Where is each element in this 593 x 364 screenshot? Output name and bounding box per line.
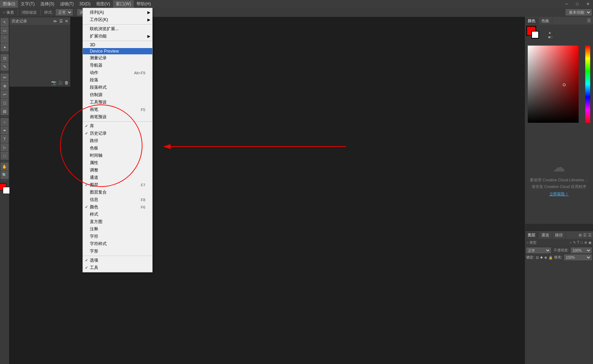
- workspace-select[interactable]: 基本功能: [566, 9, 592, 15]
- tool-wand[interactable]: ✦: [1, 43, 8, 51]
- tool-brush[interactable]: ✏: [1, 74, 8, 81]
- menu-view[interactable]: 视图(V): [93, 0, 113, 8]
- history-menu-icon[interactable]: ☰: [59, 19, 63, 23]
- menu-item-测量记录[interactable]: 测量记录: [83, 54, 152, 62]
- menu-item-字符样式[interactable]: 字符样式: [83, 240, 152, 248]
- close-button[interactable]: ✕: [582, 0, 593, 8]
- tool-move[interactable]: ↖: [1, 18, 8, 26]
- tab-paths[interactable]: 路径: [552, 232, 566, 238]
- menu-help[interactable]: 帮助(H): [134, 0, 154, 8]
- tab-layers[interactable]: 图层: [525, 232, 539, 238]
- menu-item-段落[interactable]: 段落: [83, 76, 152, 84]
- color-saturation-gradient[interactable]: [528, 46, 579, 123]
- layers-list-icon[interactable]: ☰: [583, 233, 587, 237]
- history-delete-icon[interactable]: 🗑: [65, 80, 69, 85]
- tool-gradient[interactable]: ▤: [1, 107, 8, 115]
- history-expand-icon[interactable]: ≫: [53, 19, 57, 23]
- menu-item-工具[interactable]: ✓工具: [83, 264, 152, 271]
- menu-item-图层复合[interactable]: 图层复合: [83, 189, 152, 196]
- menu-item-信息[interactable]: 信息F8: [83, 196, 152, 203]
- menu-item-颜色[interactable]: ✓颜色F6: [83, 203, 152, 211]
- menu-filter[interactable]: 滤镜(T): [57, 0, 76, 8]
- menu-item-3D[interactable]: 3D: [83, 42, 152, 48]
- tool-lasso[interactable]: ⌒: [1, 35, 8, 43]
- background-color[interactable]: [3, 187, 10, 194]
- layers-mode-select[interactable]: 正常: [526, 248, 551, 253]
- history-snapshot-icon[interactable]: 📷: [51, 80, 56, 85]
- layers-menu-icon[interactable]: ☰: [588, 233, 592, 237]
- tool-select-rect[interactable]: ▭: [1, 27, 8, 34]
- menu-item-DevicePreview[interactable]: Device Preview: [83, 48, 152, 54]
- layers-filter-toggle[interactable]: ◉: [588, 241, 592, 244]
- libraries-link[interactable]: 立即获取！: [549, 191, 569, 197]
- tool-zoom[interactable]: 🔍: [1, 171, 8, 179]
- bg-color-swatch[interactable]: [531, 31, 539, 39]
- layers-filter-smart[interactable]: ⊕: [584, 241, 587, 244]
- tool-eraser[interactable]: ◻: [1, 99, 8, 107]
- menu-item-样式[interactable]: 样式: [83, 211, 152, 218]
- menu-item-联机浏览扩展[interactable]: 联机浏览扩展...: [83, 25, 152, 33]
- hue-slider[interactable]: [585, 46, 590, 123]
- menu-item-属性[interactable]: 属性: [83, 159, 152, 167]
- menu-window[interactable]: 窗口(W): [113, 0, 134, 8]
- tab-swatches[interactable]: 色板: [539, 18, 552, 24]
- menu-item-选项[interactable]: ✓选项: [83, 257, 152, 264]
- style-select[interactable]: 正常: [56, 9, 73, 15]
- menu-item-直方图[interactable]: 直方图: [83, 218, 152, 225]
- tab-color[interactable]: 颜色: [525, 18, 539, 24]
- lock-pos-icon[interactable]: ✚: [540, 256, 543, 259]
- tool-pen[interactable]: ✒: [1, 127, 8, 134]
- tool-path-select[interactable]: ▷: [1, 143, 8, 151]
- menu-item-通道[interactable]: 通道: [83, 174, 152, 181]
- menu-item-历史记录[interactable]: ✓历史记录: [83, 130, 152, 137]
- menu-item-时间轴[interactable]: 时间轴: [83, 152, 152, 159]
- menu-item-动作[interactable]: 动作Alt+F9: [83, 69, 152, 76]
- menu-item-注释[interactable]: 注释: [83, 225, 152, 233]
- menu-item-画笔预设[interactable]: 画笔预设: [83, 113, 152, 121]
- menu-item-路径[interactable]: 路径: [83, 137, 152, 144]
- menu-item-段落样式[interactable]: 段落样式: [83, 84, 152, 91]
- menu-item-仿制源[interactable]: 仿制源: [83, 91, 152, 99]
- history-camera-icon[interactable]: 🎥: [58, 80, 63, 85]
- menu-select[interactable]: 选择(S): [38, 0, 57, 8]
- tab-channels[interactable]: 通道: [539, 232, 552, 238]
- color-gradient-area[interactable]: [526, 46, 592, 123]
- tool-shape[interactable]: □: [1, 152, 8, 160]
- layers-filter-adj[interactable]: ✎: [573, 241, 576, 244]
- color-panel-menu[interactable]: ☰: [585, 18, 593, 23]
- menu-item-排列(A)[interactable]: 排列(A)▶: [83, 9, 152, 16]
- lock-pixel-icon[interactable]: ⊡: [536, 256, 539, 259]
- menu-item-导航器[interactable]: 导航器: [83, 62, 152, 69]
- maximize-button[interactable]: □: [572, 0, 582, 8]
- menu-item-字形[interactable]: 字形: [83, 248, 152, 255]
- menu-item-库[interactable]: ✓库: [83, 122, 152, 130]
- menu-item-扩展功能[interactable]: 扩展功能▶: [83, 33, 152, 40]
- menu-image[interactable]: 图像(I): [0, 0, 18, 8]
- menu-item-色板[interactable]: 色板: [83, 144, 152, 152]
- layers-filter-shape[interactable]: □: [581, 241, 583, 244]
- layers-filter-pixel[interactable]: ○: [569, 241, 572, 244]
- lock-artboard-icon[interactable]: ⊕: [544, 256, 547, 259]
- layers-fill-select[interactable]: 100%: [564, 255, 592, 260]
- menu-item-画笔[interactable]: 画笔F5: [83, 106, 152, 113]
- layers-opacity-select[interactable]: 100%: [571, 248, 592, 253]
- tool-stamp[interactable]: ⊕: [1, 82, 8, 90]
- menu-item-工具预设[interactable]: 工具预设: [83, 99, 152, 106]
- lock-all-icon[interactable]: 🔒: [548, 256, 553, 259]
- minimize-button[interactable]: ─: [561, 0, 572, 8]
- menu-item-字符[interactable]: 字符: [83, 233, 152, 240]
- menu-3d[interactable]: 3D(D): [76, 1, 93, 7]
- tool-hand[interactable]: ✋: [1, 163, 8, 170]
- menu-item-调整[interactable]: 调整: [83, 167, 152, 174]
- tool-crop[interactable]: ⊡: [1, 54, 8, 62]
- tool-history-brush[interactable]: ↩: [1, 90, 8, 98]
- menu-text[interactable]: 文字(T): [18, 0, 37, 8]
- menu-item-图层[interactable]: ✓图层F7: [83, 181, 152, 189]
- tool-dodge[interactable]: ○: [1, 118, 8, 126]
- layers-grid-icon[interactable]: ⊞: [579, 233, 582, 237]
- menu-item-工作区(K)[interactable]: 工作区(K)▶: [83, 16, 152, 23]
- layers-filter-text[interactable]: T: [577, 241, 579, 244]
- tool-type[interactable]: T: [1, 135, 8, 143]
- tool-eyedropper[interactable]: ✎: [1, 63, 8, 70]
- history-close-icon[interactable]: ✕: [65, 19, 68, 23]
